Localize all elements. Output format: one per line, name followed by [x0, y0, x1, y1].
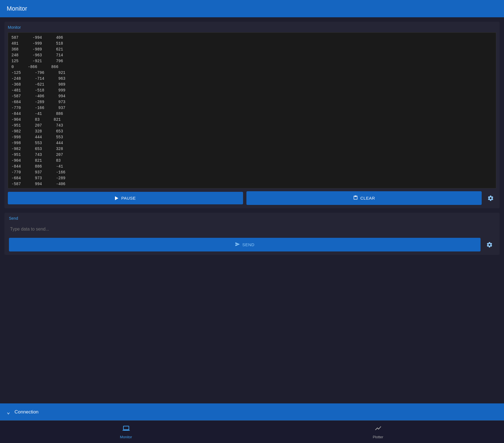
monitor-panel-label: Monitor: [8, 25, 496, 30]
nav-label-plotter: Plotter: [373, 435, 383, 439]
send-input[interactable]: [9, 224, 495, 234]
pause-label: PAUSE: [121, 196, 136, 200]
pause-icon: [115, 196, 118, 200]
nav-label-monitor: Monitor: [120, 435, 132, 439]
gear-icon: [487, 195, 494, 202]
clear-button[interactable]: CLEAR: [246, 191, 482, 205]
app-header: Monitor: [0, 0, 504, 17]
bottom-nav: Monitor Plotter: [0, 420, 504, 443]
main-content: Monitor 587 -994 406 481 -999 518 368 -9…: [0, 17, 504, 403]
monitor-controls: PAUSE CLEAR: [8, 191, 496, 205]
clear-label: CLEAR: [360, 196, 375, 200]
nav-item-monitor[interactable]: Monitor: [0, 421, 252, 443]
chevron-down-icon: ⌄: [7, 408, 10, 415]
connection-label: Connection: [15, 409, 39, 415]
clipboard-icon: [353, 195, 358, 201]
send-label: SEND: [242, 242, 255, 247]
send-button[interactable]: SEND: [9, 238, 481, 251]
monitor-settings-button[interactable]: [485, 193, 496, 204]
pause-button[interactable]: PAUSE: [8, 192, 243, 204]
app-title: Monitor: [7, 5, 27, 12]
monitor-output[interactable]: 587 -994 406 481 -999 518 368 -989 621 2…: [8, 32, 496, 188]
send-controls: SEND: [9, 238, 495, 251]
plotter-nav-icon: [375, 425, 382, 434]
send-settings-button[interactable]: [484, 239, 495, 250]
send-panel: Send SEND: [4, 213, 500, 255]
monitor-panel: Monitor 587 -994 406 481 -999 518 368 -9…: [4, 22, 500, 208]
connection-bar[interactable]: ⌄ Connection: [0, 403, 504, 420]
send-icon: [235, 242, 240, 248]
send-panel-label: Send: [9, 216, 495, 221]
gear-icon: [486, 241, 493, 248]
nav-item-plotter[interactable]: Plotter: [252, 421, 504, 443]
monitor-nav-icon: [123, 425, 130, 434]
